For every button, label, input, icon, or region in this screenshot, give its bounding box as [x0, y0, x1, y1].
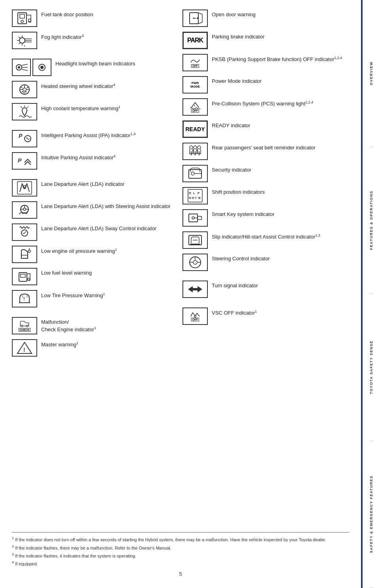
heated-steering-label: Heated steering wheel indicator4 — [41, 81, 179, 90]
rear-seatbelt-icon — [182, 143, 208, 160]
svg-text:N: N — [189, 196, 191, 200]
off-label: OFF — [191, 64, 199, 68]
check-engine-icon: CHECK — [12, 317, 37, 334]
pksb-label: PKSB (Parking Support Brake function) OF… — [212, 54, 349, 63]
coolant-icon — [12, 103, 37, 120]
list-item: R L P N D Γ B Shift position indicators — [182, 185, 349, 206]
heated-steering-icon — [12, 81, 37, 98]
list-item: PARK Parking brake indicator — [182, 30, 349, 51]
pwr-mode-icon: PWR MODE — [182, 76, 208, 94]
lda-steering-label: Lane Departure Alert (LDA) with Steering… — [41, 201, 179, 210]
list-item: ! OFF Pre-Collision System (PCS) warning… — [182, 97, 349, 117]
svg-text:P: P — [198, 191, 200, 195]
lda-icon — [12, 179, 37, 197]
low-oil-icon — [12, 246, 37, 263]
svg-point-10 — [23, 88, 26, 91]
list-item: Smart Key system indicator — [182, 208, 349, 228]
slip-icon — [182, 231, 208, 249]
shift-position-icon: R L P N D Γ B — [182, 187, 208, 204]
pwr-mode-label: Power Mode indicator — [212, 76, 349, 85]
rear-seatbelt-label: Rear passengers' seat belt reminder indi… — [212, 143, 349, 151]
turn-signal-label: Turn signal indicator — [212, 281, 349, 289]
lda-sway-icon — [12, 223, 37, 241]
fog-light-label: Fog light indicator4 — [41, 32, 179, 41]
ready-icon: READY — [182, 120, 208, 138]
svg-point-22 — [28, 250, 30, 252]
low-fuel-label: Low fuel level warning — [41, 268, 179, 277]
pksb-icon: OFF — [182, 54, 208, 71]
check-label: CHECK — [19, 328, 31, 332]
svg-point-39 — [198, 146, 201, 149]
svg-text:P: P — [19, 133, 23, 139]
svg-point-41 — [191, 172, 194, 175]
turn-signal-icon — [182, 281, 208, 298]
ready-label: READY indicator — [212, 120, 349, 129]
open-door-label: Open door warning — [212, 10, 349, 18]
sidebar-section-safety-emergency: SAFETY & EMERGENCY FEATURES — [369, 441, 373, 588]
pwr-text: PWR — [192, 81, 199, 85]
lda-label: Lane Departure Alert (LDA) indicator — [41, 179, 179, 188]
list-item: Headlight low/high beam indicators — [12, 57, 179, 78]
fuel-door-icon — [12, 10, 37, 27]
headlight-high-icon — [32, 59, 51, 76]
svg-text:D: D — [192, 196, 194, 200]
ipa-label: Intelligent Parking Assist (IPA) indicat… — [41, 130, 179, 139]
svg-point-34 — [197, 17, 198, 19]
svg-rect-25 — [21, 274, 25, 277]
list-item: P Intuitive Parking Assist indicator4 — [12, 151, 179, 171]
list-item: Fuel tank door position — [12, 8, 179, 29]
svg-line-12 — [21, 107, 22, 108]
ipa-icon: P — [12, 130, 37, 147]
sidebar-section-toyota-safety: TOYOTA SAFETY SENSE — [369, 294, 373, 441]
svg-line-13 — [27, 107, 28, 108]
sidebar-label-safety-emergency: SAFETY & EMERGENCY FEATURES — [369, 475, 373, 553]
svg-point-51 — [192, 217, 194, 219]
svg-text:R: R — [189, 191, 191, 195]
list-item: Lane Departure Alert (LDA) indicator — [12, 178, 179, 198]
shift-position-label: Shift position indicators — [212, 187, 349, 196]
steering-control-icon — [182, 254, 208, 271]
slip-label: Slip indicator/Hill-start Assist Control… — [212, 231, 349, 241]
list-item: Lane Departure Alert (LDA) Sway Control … — [12, 222, 179, 242]
low-tire-icon: ! ( ) — [12, 290, 37, 307]
master-warning-icon: ! — [12, 339, 37, 357]
pcs-label: Pre-Collision System (PCS) warning light… — [212, 98, 349, 108]
svg-text:L: L — [193, 191, 195, 195]
svg-text:!: ! — [23, 347, 25, 353]
park-brake-icon: PARK — [182, 32, 208, 49]
svg-text:): ) — [27, 295, 27, 298]
svg-point-8 — [40, 66, 44, 69]
left-column: Fuel tank door position — [12, 8, 179, 528]
svg-point-54 — [193, 260, 197, 264]
svg-text:4: 4 — [24, 45, 25, 47]
list-item: OFF PKSB (Parking Support Brake function… — [182, 52, 349, 73]
svg-text:Γ: Γ — [195, 196, 197, 200]
vsc-off-icon: OFF — [182, 307, 208, 325]
security-label: Security indicator — [212, 165, 349, 174]
lda-sway-label: Lane Departure Alert (LDA) Sway Control … — [41, 223, 179, 232]
master-warning-label: Master warning1 — [41, 339, 179, 349]
low-oil-label: Low engine oil pressure warning1 — [41, 246, 179, 255]
pcs-icon: ! OFF — [182, 98, 208, 116]
svg-point-1 — [21, 20, 23, 23]
svg-text:!: ! — [23, 296, 25, 301]
svg-point-20 — [23, 208, 26, 210]
sidebar-label-overview: OVERVIEW — [369, 61, 373, 85]
intuitive-park-icon: P — [12, 152, 37, 170]
park-brake-label: Parking brake indicator — [212, 32, 349, 40]
right-column: * Open door warning PARK Parking brake i… — [182, 8, 349, 528]
vsc-off-text: OFF — [191, 318, 199, 321]
vsc-off-label: VSC OFF indicator1 — [212, 307, 349, 317]
svg-text:P: P — [18, 157, 22, 164]
list-item: P Intelligent Parking Assist (IPA) indic… — [12, 128, 179, 149]
svg-point-38 — [194, 146, 197, 149]
list-item: Turn signal indicator — [182, 279, 349, 300]
fog-light-icon: 4 — [12, 32, 37, 49]
list-item: READY READY indicator — [182, 119, 349, 139]
list-item: High coolant temperature warning1 — [12, 101, 179, 122]
list-item: ! ( ) Low Tire Pressure Warning1 — [12, 288, 179, 309]
list-item: CHECK Malfunction/Check Engine indicator… — [12, 315, 179, 336]
svg-text:B: B — [198, 196, 201, 200]
pcs-off: OFF — [191, 109, 199, 113]
footnote-3: 3 If the indicator flashes, it indicates… — [12, 552, 349, 559]
